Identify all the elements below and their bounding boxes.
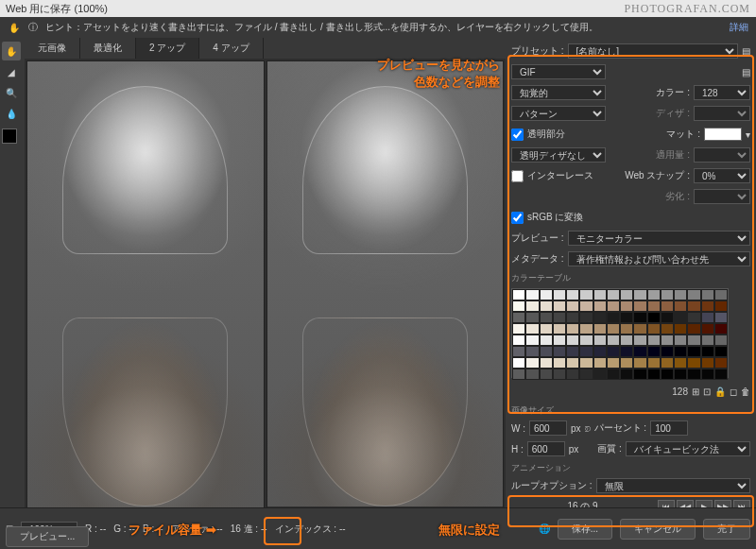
color-swatch-cell[interactable] <box>553 300 566 312</box>
color-swatch-cell[interactable] <box>647 335 661 346</box>
color-swatch-cell[interactable] <box>512 312 525 323</box>
color-swatch-cell[interactable] <box>525 323 539 335</box>
percent-input[interactable] <box>650 420 688 436</box>
slice-tool[interactable]: ◢ <box>2 62 21 81</box>
color-swatch-cell[interactable] <box>566 300 579 312</box>
color-swatch-cell[interactable] <box>620 300 633 312</box>
detail-link[interactable]: 詳細 <box>730 21 748 34</box>
preview-optimized[interactable]: GIF 199K 37 秒 @ 56.6 Kbps 100% ディザ 知覚的 パ… <box>266 60 505 546</box>
color-swatch-cell[interactable] <box>647 300 661 312</box>
color-swatch-cell[interactable] <box>566 346 579 357</box>
color-swatch-cell[interactable] <box>661 289 674 300</box>
done-button[interactable]: 完了 <box>703 519 750 540</box>
color-swatch-cell[interactable] <box>674 289 687 300</box>
websnap-select[interactable]: 0% <box>694 168 750 183</box>
color-swatch-cell[interactable] <box>579 335 593 346</box>
color-swatch-cell[interactable] <box>674 335 687 346</box>
zoom-tool[interactable]: 🔍 <box>2 83 21 102</box>
color-swatch-cell[interactable] <box>540 357 553 369</box>
color-swatch-cell[interactable] <box>553 289 566 300</box>
matte-swatch[interactable] <box>704 128 742 141</box>
color-swatch-cell[interactable] <box>687 357 700 369</box>
height-input[interactable] <box>527 441 565 456</box>
color-swatch-cell[interactable] <box>714 289 728 300</box>
preview-original[interactable]: 元画像 : "Hourglass - 26453" 1.37M <box>26 60 265 546</box>
color-swatch-cell[interactable] <box>647 369 661 380</box>
color-swatch-cell[interactable] <box>607 346 620 357</box>
color-swatch-cell[interactable] <box>525 300 539 312</box>
color-swatch-cell[interactable] <box>607 323 620 335</box>
width-input[interactable] <box>529 420 567 436</box>
color-swatch-cell[interactable] <box>540 369 553 380</box>
color-swatch-cell[interactable] <box>579 312 593 323</box>
color-swatch-cell[interactable] <box>633 289 646 300</box>
color-swatch-cell[interactable] <box>714 335 728 346</box>
color-swatch-cell[interactable] <box>566 335 579 346</box>
color-swatch-cell[interactable] <box>540 300 553 312</box>
color-swatch-cell[interactable] <box>620 357 633 369</box>
tab-4up[interactable]: 4 アップ <box>199 38 263 59</box>
color-swatch-cell[interactable] <box>661 335 674 346</box>
color-swatch-cell[interactable] <box>687 346 700 357</box>
color-swatch-cell[interactable] <box>647 312 661 323</box>
color-swatch-cell[interactable] <box>674 357 687 369</box>
color-swatch-cell[interactable] <box>701 357 714 369</box>
color-swatch-cell[interactable] <box>620 323 633 335</box>
srgb-check[interactable] <box>511 212 524 224</box>
color-swatch-cell[interactable] <box>661 300 674 312</box>
new-icon[interactable]: ◻ <box>730 386 737 397</box>
color-swatch-cell[interactable] <box>566 323 579 335</box>
save-button[interactable]: 保存... <box>558 519 612 540</box>
format-select[interactable]: GIF <box>511 64 606 79</box>
color-swatch-cell[interactable] <box>714 312 728 323</box>
color-swatch-cell[interactable] <box>607 300 620 312</box>
color-swatch-cell[interactable] <box>701 323 714 335</box>
color-swatch-cell[interactable] <box>661 323 674 335</box>
preview-button[interactable]: プレビュー... <box>6 526 89 547</box>
color-swatch-cell[interactable] <box>661 369 674 380</box>
color-swatch-cell[interactable] <box>540 346 553 357</box>
color-swatch-cell[interactable] <box>633 300 646 312</box>
color-swatch-cell[interactable] <box>579 346 593 357</box>
color-swatch-cell[interactable] <box>620 369 633 380</box>
color-swatch-cell[interactable] <box>687 369 700 380</box>
color-swatch-cell[interactable] <box>512 357 525 369</box>
color-swatch-cell[interactable] <box>701 346 714 357</box>
color-swatch-cell[interactable] <box>579 369 593 380</box>
color-swatch-cell[interactable] <box>525 369 539 380</box>
color-swatch-cell[interactable] <box>714 346 728 357</box>
color-swatch-cell[interactable] <box>714 357 728 369</box>
browser-icon[interactable]: 🌐 <box>539 523 550 534</box>
reduction-select[interactable]: 知覚的 <box>511 85 606 100</box>
color-swatch-cell[interactable] <box>633 335 646 346</box>
color-swatch-cell[interactable] <box>661 357 674 369</box>
color-swatch-cell[interactable] <box>687 312 700 323</box>
format-menu-icon[interactable]: ▤ <box>742 67 750 77</box>
color-swatch-cell[interactable] <box>566 357 579 369</box>
color-swatch-cell[interactable] <box>512 369 525 380</box>
eyedropper-tool[interactable]: 💧 <box>2 104 21 123</box>
colors-select[interactable]: 128 <box>694 85 750 100</box>
trans-dither-select[interactable]: 透明ディザなし <box>511 147 606 163</box>
color-swatch-cell[interactable] <box>566 312 579 323</box>
color-swatch-cell[interactable] <box>593 335 607 346</box>
color-swatch-cell[interactable] <box>687 335 700 346</box>
color-swatch-cell[interactable] <box>674 300 687 312</box>
color-swatch-cell[interactable] <box>647 346 661 357</box>
color-swatch-cell[interactable] <box>566 369 579 380</box>
color-swatch-cell[interactable] <box>553 323 566 335</box>
color-swatch-cell[interactable] <box>540 335 553 346</box>
color-swatch-cell[interactable] <box>687 300 700 312</box>
color-swatch-cell[interactable] <box>593 312 607 323</box>
color-swatch-cell[interactable] <box>512 300 525 312</box>
color-swatch-cell[interactable] <box>674 369 687 380</box>
preview-mode-select[interactable]: モニターカラー <box>568 231 750 246</box>
color-swatch-cell[interactable] <box>620 346 633 357</box>
color-swatch-cell[interactable] <box>701 289 714 300</box>
color-swatch-cell[interactable] <box>512 289 525 300</box>
color-swatch-cell[interactable] <box>687 323 700 335</box>
color-swatch-cell[interactable] <box>540 323 553 335</box>
color-swatch-cell[interactable] <box>579 357 593 369</box>
color-swatch-cell[interactable] <box>525 346 539 357</box>
preset-menu-icon[interactable]: ▤ <box>742 46 750 57</box>
